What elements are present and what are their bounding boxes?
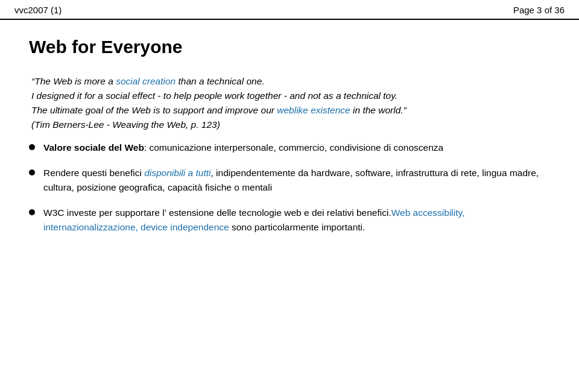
bullet-item-1: Valore sociale del Web: comunicazione in…: [29, 141, 550, 155]
bullet-dot-1: [29, 144, 35, 150]
bullet-dot-3: [29, 209, 35, 215]
quote-text-normal-1: “The Web is more a: [31, 76, 116, 86]
bullet-content-3: W3C investe per supportare l’ estensione…: [43, 206, 550, 235]
bullet-list: Valore sociale del Web: comunicazione in…: [29, 141, 550, 235]
bullet-italic-blue-2: disponibili a tutti: [144, 168, 210, 178]
page-number: Page 3 of 36: [513, 5, 565, 15]
quote-social-link: social creation: [116, 76, 176, 86]
bullet-dot-2: [29, 169, 35, 175]
bullet-content-1: Valore sociale del Web: comunicazione in…: [43, 141, 550, 155]
main-content: Web for Everyone “The Web is more a soci…: [0, 20, 579, 262]
page-title: Web for Everyone: [29, 37, 550, 57]
bullet-text-3a: W3C investe per supportare l’ estensione…: [43, 207, 391, 218]
bullet-text-3b: sono particolarmente importanti.: [229, 222, 365, 232]
quote-text-normal-2: than a technical one.: [176, 76, 264, 86]
quote-block-1: “The Web is more a social creation than …: [29, 74, 550, 132]
quote-line-3: The ultimate goal of the Web is to suppo…: [31, 103, 550, 118]
quote-line-3-text-1: The ultimate goal of the Web is to suppo…: [31, 105, 277, 115]
bullet-item-2: Rendere questi benefici disponibili a tu…: [29, 166, 550, 195]
bullet-text-1: : comunicazione interpersonale, commerci…: [144, 142, 443, 153]
document-id: vvc2007 (1): [14, 5, 62, 15]
quote-line-2-text: I designed it for a social effect - to h…: [31, 90, 397, 101]
bullet-bold-1: Valore sociale del Web: [43, 142, 144, 153]
page-header: vvc2007 (1) Page 3 of 36: [0, 0, 579, 20]
quote-attribution: (Tim Berners-Lee - Weaving the Web, p. 1…: [31, 118, 550, 132]
bullet-item-3: W3C investe per supportare l’ estensione…: [29, 206, 550, 235]
quote-line-2: I designed it for a social effect - to h…: [31, 89, 550, 103]
quote-weblike-link: weblike existence: [277, 105, 350, 115]
bullet-content-2: Rendere questi benefici disponibili a tu…: [43, 166, 550, 195]
quote-line-1: “The Web is more a social creation than …: [31, 74, 550, 89]
page-container: vvc2007 (1) Page 3 of 36 Web for Everyon…: [0, 0, 579, 392]
bullet-text-2a: Rendere questi benefici: [43, 168, 144, 178]
quote-attribution-text: (Tim Berners-Lee - Weaving the Web, p. 1…: [31, 119, 220, 130]
quote-line-3-text-2: in the world.”: [350, 105, 407, 115]
